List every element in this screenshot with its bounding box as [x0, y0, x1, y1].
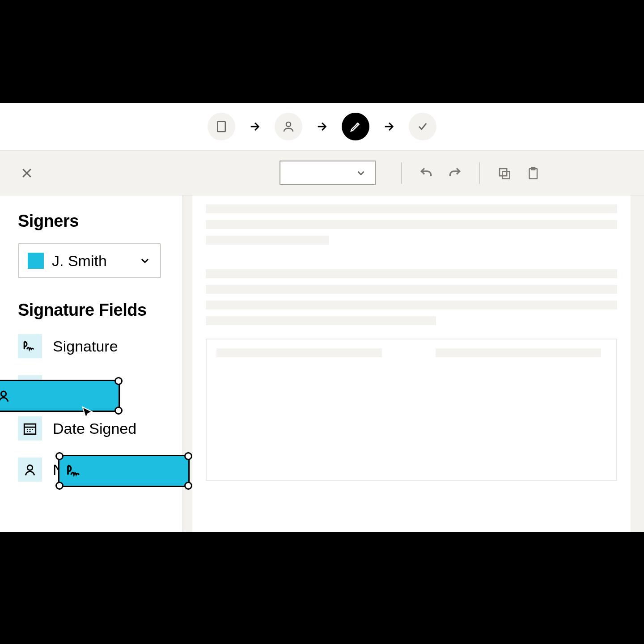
copy-button[interactable]	[493, 162, 515, 184]
signer-dropdown[interactable]: J. Smith	[18, 243, 161, 278]
redo-icon	[448, 166, 462, 180]
toolbar	[0, 151, 644, 195]
signature-icon	[18, 334, 42, 358]
redo-button[interactable]	[444, 162, 466, 184]
paste-icon	[526, 166, 539, 180]
field-date-signed[interactable]: Date Signed	[18, 416, 165, 441]
placed-field-name[interactable]	[0, 380, 120, 412]
canvas[interactable]	[183, 195, 644, 532]
signer-color-swatch	[28, 253, 44, 269]
text-placeholder	[206, 316, 436, 325]
text-placeholder	[206, 236, 329, 245]
document-icon	[215, 120, 228, 133]
date-icon	[18, 416, 42, 441]
resize-handle[interactable]	[114, 407, 123, 415]
check-icon	[416, 120, 429, 133]
field-label: Signature	[53, 338, 118, 355]
zoom-select[interactable]	[280, 161, 376, 185]
text-placeholder	[206, 269, 617, 278]
copy-icon	[497, 166, 511, 180]
undo-button[interactable]	[415, 162, 437, 184]
resize-handle[interactable]	[114, 377, 123, 385]
name-icon	[0, 388, 11, 403]
resize-handle[interactable]	[184, 452, 192, 460]
step-edit[interactable]	[342, 113, 369, 140]
step-bar	[0, 103, 644, 151]
main-area: Signers J. Smith Signature Fields Signat…	[0, 195, 644, 532]
toolbar-separator	[479, 162, 480, 184]
person-icon	[282, 120, 295, 133]
placed-field-signature[interactable]	[58, 455, 190, 487]
resize-handle[interactable]	[55, 452, 64, 460]
close-icon	[20, 166, 34, 180]
chevron-down-icon	[355, 167, 367, 179]
step-document[interactable]	[208, 113, 235, 140]
step-review[interactable]	[409, 113, 436, 140]
app-window: Signers J. Smith Signature Fields Signat…	[0, 103, 644, 532]
step-arrow-icon	[316, 120, 328, 133]
signers-heading: Signers	[18, 212, 165, 231]
undo-icon	[419, 166, 433, 180]
signer-name-label: J. Smith	[52, 252, 131, 270]
paste-button[interactable]	[522, 162, 543, 184]
text-placeholder	[206, 220, 617, 229]
signature-icon	[66, 462, 84, 480]
field-label: Date Signed	[53, 420, 136, 437]
fields-heading: Signature Fields	[18, 301, 165, 320]
signature-area	[206, 339, 617, 481]
name-icon	[18, 458, 42, 482]
close-button[interactable]	[18, 164, 36, 182]
text-placeholder	[216, 348, 382, 357]
toolbar-separator	[401, 162, 402, 184]
resize-handle[interactable]	[55, 482, 64, 490]
document-page[interactable]	[192, 195, 631, 532]
resize-handle[interactable]	[184, 482, 192, 490]
text-placeholder	[436, 348, 601, 357]
chevron-down-icon	[139, 254, 151, 267]
text-placeholder	[206, 285, 617, 294]
step-signers[interactable]	[275, 113, 302, 140]
step-arrow-icon	[249, 120, 261, 133]
text-placeholder	[206, 301, 617, 309]
step-arrow-icon	[383, 120, 395, 133]
field-signature[interactable]: Signature	[18, 334, 165, 358]
edit-icon	[349, 120, 362, 133]
text-placeholder	[206, 204, 617, 213]
